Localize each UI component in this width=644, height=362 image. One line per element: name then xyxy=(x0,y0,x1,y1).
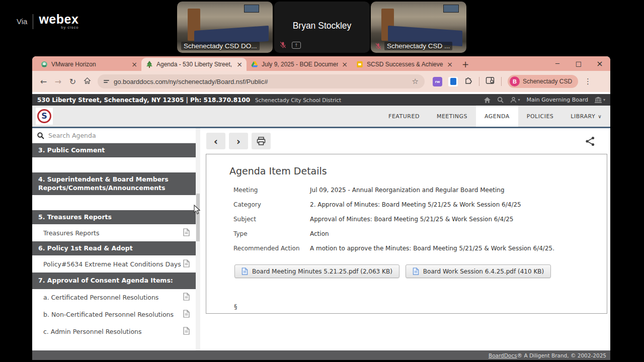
extensions-puzzle-icon[interactable] xyxy=(464,76,473,87)
chevron-down-icon: ∨ xyxy=(598,114,602,119)
pdf-document-icon xyxy=(413,267,419,275)
site-top-bar: 530 Liberty Street, Schenectady, NY 1230… xyxy=(32,94,610,106)
mouse-cursor xyxy=(194,205,201,215)
window-controls: ─ □ × xyxy=(547,56,610,71)
tab-vmware-horizon[interactable]: VMware Horizon × xyxy=(36,58,141,71)
agenda-detail-pane: ‹ › Agenda Item Details Meeting Jul 09, … xyxy=(200,128,610,350)
agenda-section-header[interactable]: 6. Policy 1st Read & Adopt xyxy=(32,241,196,255)
tab-close-icon[interactable]: × xyxy=(131,61,137,68)
tab-close-icon[interactable]: × xyxy=(447,61,453,68)
field-category: Category 2. Approval of Minutes: Board M… xyxy=(233,201,597,208)
tab-agenda[interactable]: AGENDA xyxy=(476,106,518,127)
attachment-board-meeting-minutes[interactable]: Board Meeting Minutes 5.21.25.pdf (2,063… xyxy=(234,264,399,278)
participant-label: Schenectady CSD ... xyxy=(384,42,452,50)
document-icon xyxy=(183,327,190,336)
agenda-section-header[interactable]: 7. Approval of Consent Agenda Items: xyxy=(32,273,196,289)
address-bar[interactable]: go.boarddocs.com/ny/schenectady/Board.ns… xyxy=(98,74,425,88)
tab-library[interactable]: LIBRARY ∨ xyxy=(562,106,610,127)
new-tab-button[interactable]: + xyxy=(462,60,469,69)
vmware-horizon-favicon xyxy=(40,61,48,68)
home-button[interactable] xyxy=(80,77,95,86)
site-info-icon[interactable] xyxy=(104,80,109,82)
field-meeting: Meeting Jul 09, 2025 - Annual Reorganiza… xyxy=(233,187,597,194)
minimize-button[interactable]: ─ xyxy=(547,56,568,71)
participant-label: Schenectady CSD DO... xyxy=(181,42,260,50)
reload-button[interactable]: ↻ xyxy=(65,77,80,86)
governing-board-menu[interactable]: ▾ xyxy=(595,97,605,103)
google-drive-favicon xyxy=(251,61,258,68)
previous-item-button[interactable]: ‹ xyxy=(206,133,225,149)
agenda-search[interactable] xyxy=(32,128,196,143)
scrollbar-thumb[interactable] xyxy=(196,194,200,241)
agenda-section-header[interactable]: 5. Treasures Reports xyxy=(32,210,196,224)
toolbar-separator xyxy=(501,77,502,86)
attachment-board-work-session[interactable]: Board Work Session 6.4.25.pdf (410 KB) xyxy=(406,264,551,278)
side-panel-search-icon[interactable] xyxy=(486,76,495,87)
video-tile-bryan-stockley[interactable]: Bryan Stockley ↑ xyxy=(274,2,370,53)
tab-boe-documents[interactable]: July 9, 2025 - BOE Documents × xyxy=(247,58,352,71)
site-footer: BoardDocs® A Diligent Brand, © 2002-2025 xyxy=(32,350,610,360)
site-home-icon[interactable] xyxy=(484,97,491,103)
print-button[interactable] xyxy=(252,133,271,149)
agenda-item[interactable]: b. Non-Certificated Personnel Resolution… xyxy=(32,306,196,323)
agenda-section-gap xyxy=(32,157,196,172)
tab-title: July 9, 2025 - BOE Documents xyxy=(262,61,338,68)
agenda-section-header[interactable]: 4. Superintendent & Board Members Report… xyxy=(32,172,196,195)
browser-toolbar: ← → ↻ go.boarddocs.com/ny/schenectady/Bo… xyxy=(32,71,610,92)
agenda-section-header[interactable]: 3. Public Comment xyxy=(32,143,196,157)
room-screen xyxy=(443,5,458,13)
video-tile-room-1[interactable]: Schenectady CSD DO... xyxy=(177,2,273,53)
document-icon xyxy=(183,293,190,302)
participant-name: Bryan Stockley xyxy=(274,21,370,31)
browser-window: VMware Horizon × Agenda - 530 Liberty St… xyxy=(32,56,610,360)
district-logo[interactable]: S xyxy=(36,108,53,125)
agenda-item[interactable]: Policy#5634 Extreme Heat Conditions Days xyxy=(32,255,196,273)
sidebar-scrollbar[interactable] xyxy=(196,128,200,350)
toolbar-separator xyxy=(479,77,479,86)
share-screen-icon: ↑ xyxy=(292,42,301,49)
tab-featured[interactable]: FEATURED xyxy=(380,106,428,127)
board-selector-label: Main Governing Board xyxy=(527,97,588,103)
user-account-menu[interactable]: ▾ xyxy=(510,97,520,103)
video-tile-room-2[interactable]: Schenectady CSD ... xyxy=(371,2,466,53)
webex-by-cisco-label: by cisco xyxy=(61,25,78,30)
agenda-item[interactable]: a. Certificated Personnel Resolutions xyxy=(32,289,196,306)
extensions-row: rw xyxy=(433,76,502,87)
boarddocs-footer-link[interactable]: BoardDocs xyxy=(489,352,517,358)
caret-down-icon: ▾ xyxy=(603,98,605,102)
tab-scsd-successes[interactable]: SCSD Successes & Achievemen × xyxy=(352,58,457,71)
site-nav-bar: S FEATURED MEETINGS AGENDA POLICIES LIBR… xyxy=(32,106,610,127)
section-symbol: § xyxy=(234,303,237,310)
tab-close-icon[interactable]: × xyxy=(236,61,243,68)
search-agenda-input[interactable] xyxy=(48,132,191,139)
district-address: 530 Liberty Street, Schenectady, NY 1230… xyxy=(37,97,250,104)
webex-wordmark: webex by cisco xyxy=(39,13,78,30)
tab-strip: VMware Horizon × Agenda - 530 Liberty St… xyxy=(32,56,610,71)
tab-close-icon[interactable]: × xyxy=(342,61,348,68)
field-type: Type Action xyxy=(233,230,597,237)
back-button[interactable]: ← xyxy=(36,77,51,86)
browser-menu-icon[interactable]: ⋮ xyxy=(584,77,592,86)
agenda-item[interactable]: c. Admin Personnel Resolutions xyxy=(32,323,196,340)
forward-button[interactable]: → xyxy=(51,77,65,86)
webex-via-label: Via xyxy=(17,17,27,26)
next-item-button[interactable]: › xyxy=(229,133,248,149)
maximize-button[interactable]: □ xyxy=(568,56,589,71)
tab-meetings[interactable]: MEETINGS xyxy=(428,106,476,127)
tab-title: Agenda - 530 Liberty Street, Sc xyxy=(156,61,233,68)
search-icon xyxy=(37,132,44,139)
blue-extension-icon[interactable] xyxy=(448,77,458,86)
share-button[interactable] xyxy=(585,136,595,148)
mic-muted-icon xyxy=(375,43,382,50)
tab-agenda-active[interactable]: Agenda - 530 Liberty Street, Sc × xyxy=(141,58,247,71)
boarddocs-page: 530 Liberty Street, Schenectady, NY 1230… xyxy=(32,92,610,360)
agenda-item[interactable]: Treasures Reports xyxy=(32,224,196,241)
tab-title: VMware Horizon xyxy=(51,61,128,68)
profile-avatar: B xyxy=(510,76,520,86)
tab-policies[interactable]: POLICIES xyxy=(518,106,562,127)
site-search-icon[interactable] xyxy=(497,97,504,103)
readwrite-extension-icon[interactable]: rw xyxy=(433,77,442,86)
profile-button[interactable]: B Schenectady CSD xyxy=(508,75,578,88)
bookmark-star-icon[interactable]: ☆ xyxy=(412,77,419,86)
close-window-button[interactable]: × xyxy=(589,56,610,71)
